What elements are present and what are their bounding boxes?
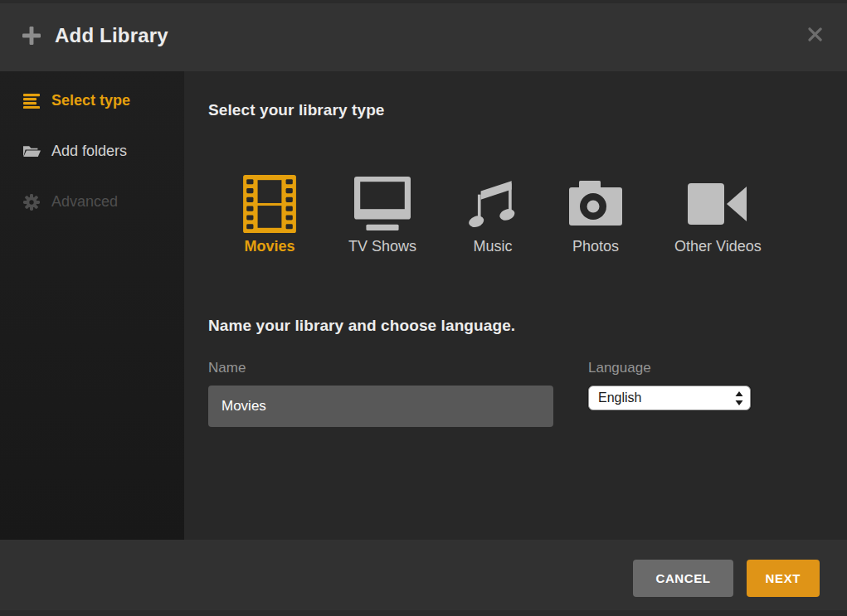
wizard-content: Select your library type	[184, 71, 847, 540]
sidebar-item-label: Advanced	[51, 193, 118, 211]
language-select[interactable]: English	[588, 386, 751, 410]
film-strip-icon	[243, 174, 296, 234]
type-option-label: Other Videos	[674, 238, 762, 255]
tv-monitor-icon	[354, 174, 411, 234]
type-option-label: TV Shows	[348, 238, 416, 255]
next-button[interactable]: NEXT	[747, 560, 820, 597]
gear-icon	[22, 194, 41, 211]
language-field-label: Language	[588, 360, 751, 376]
sidebar-item-select-type[interactable]: Select type	[0, 75, 184, 126]
plus-icon	[22, 27, 41, 45]
type-option-music[interactable]: Music	[469, 174, 517, 255]
close-icon[interactable]	[806, 26, 823, 42]
camera-icon	[569, 174, 622, 234]
folder-open-icon	[22, 145, 41, 158]
wizard-steps-sidebar: Select type Add folders	[0, 71, 184, 540]
language-select-value: English	[589, 390, 735, 405]
cancel-button[interactable]: CANCEL	[633, 560, 733, 597]
type-option-label: Music	[474, 238, 513, 255]
language-field-group: Language English	[588, 360, 751, 410]
add-library-dialog: Add Library	[0, 0, 847, 616]
type-option-other-videos[interactable]: Other Videos	[674, 174, 762, 255]
music-notes-icon	[469, 174, 517, 234]
type-option-label: Movies	[244, 238, 295, 255]
name-field-label: Name	[208, 360, 553, 376]
sidebar-item-add-folders[interactable]: Add folders	[0, 126, 184, 177]
name-field-group: Name	[208, 360, 553, 427]
dialog-header: Add Library	[0, 0, 847, 71]
name-language-form: Name Language English	[208, 360, 751, 427]
library-type-heading: Select your library type	[208, 101, 385, 119]
library-name-input[interactable]	[208, 386, 553, 427]
type-option-label: Photos	[572, 238, 619, 255]
library-type-picker: Movies TV Shows	[243, 174, 762, 255]
list-lines-icon	[22, 94, 41, 109]
type-option-tv-shows[interactable]: TV Shows	[348, 174, 416, 255]
video-camera-icon	[688, 174, 747, 234]
type-option-movies[interactable]: Movies	[243, 174, 296, 255]
type-option-photos[interactable]: Photos	[569, 174, 622, 255]
dialog-title: Add Library	[55, 24, 168, 47]
sidebar-item-advanced: Advanced	[0, 177, 184, 227]
sidebar-item-label: Select type	[51, 92, 130, 109]
select-updown-arrows-icon	[735, 391, 750, 405]
sidebar-item-label: Add folders	[51, 143, 127, 160]
library-name-heading: Name your library and choose language.	[208, 317, 515, 335]
dialog-footer: CANCEL NEXT	[0, 540, 847, 616]
